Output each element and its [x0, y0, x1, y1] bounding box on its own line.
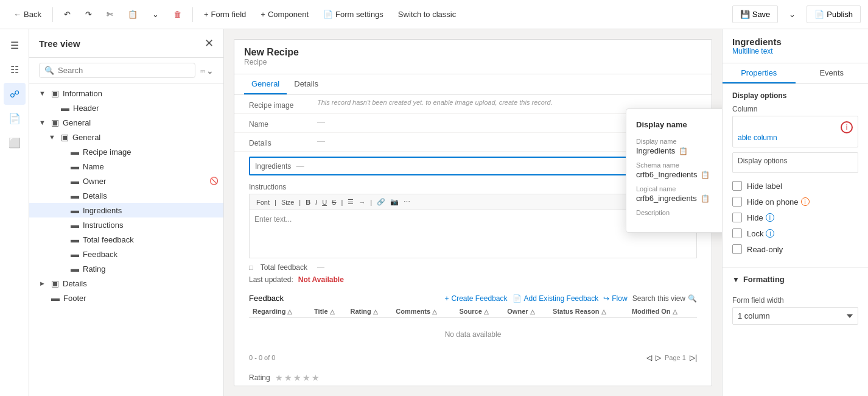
tree-item-general-inner[interactable]: ▼ ▣ General — [29, 130, 223, 144]
instructions-icon: ▬ — [71, 220, 79, 230]
copy-schema-icon[interactable]: 📋 — [701, 171, 710, 179]
chevron-down-icon: ⌄ — [152, 10, 159, 19]
save-dropdown-button[interactable]: ⌄ — [783, 6, 802, 23]
tree-item-label-feedback: Feedback — [83, 250, 117, 259]
col-owner[interactable]: Owner △ — [503, 305, 549, 318]
tree-item-label-header: Header — [73, 104, 99, 113]
more-button[interactable]: ⌄ — [146, 6, 165, 23]
rte-underline[interactable]: U — [320, 197, 329, 207]
hide-label-checkbox[interactable] — [732, 181, 742, 191]
rte-image[interactable]: 📷 — [388, 197, 401, 207]
lock-checkbox[interactable] — [732, 228, 742, 238]
tree-item-details-field[interactable]: ▬ Details — [29, 188, 223, 203]
tab-general[interactable]: General — [244, 74, 287, 94]
copy-logical-icon[interactable]: 📋 — [701, 194, 710, 203]
editable-column-link[interactable]: able column — [738, 133, 853, 142]
tree-item-general[interactable]: ▼ ▣ General — [29, 115, 223, 130]
tab-events[interactable]: Events — [796, 63, 869, 83]
popup-title: Display name — [636, 120, 687, 129]
redo-button[interactable]: ↷ — [79, 6, 98, 23]
tree-item-information[interactable]: ▼ ▣ Information — [29, 86, 223, 101]
tree-item-header[interactable]: ▬ Header — [29, 101, 223, 115]
tree-item-recipe-image[interactable]: ▬ Recipe image — [29, 144, 223, 159]
column-info-icon[interactable]: i — [841, 121, 853, 133]
col-regarding[interactable]: Regarding △ — [249, 305, 310, 318]
rte-font[interactable]: Font — [254, 197, 271, 207]
popup-logical-name-row: Logical name crfb6_ingredients 📋 — [636, 185, 722, 203]
switch-classic-button[interactable]: Switch to classic — [392, 6, 462, 23]
create-feedback-button[interactable]: + Create Feedback — [444, 294, 507, 303]
col-source[interactable]: Source △ — [456, 305, 504, 318]
flow-button[interactable]: ↪ Flow — [603, 294, 627, 303]
component-button[interactable]: + Component — [254, 6, 315, 23]
sidebar-icon-menu[interactable]: ☰ — [4, 34, 26, 56]
sidebar-icon-components[interactable]: ⬜ — [4, 132, 26, 154]
tree-item-details-section[interactable]: ► ▣ Details — [29, 276, 223, 291]
copy-button[interactable]: 📋 — [122, 6, 144, 23]
form-settings-button[interactable]: 📄 Form settings — [317, 6, 390, 23]
rte-bold[interactable]: B — [304, 197, 312, 207]
undo-button[interactable]: ↶ — [58, 6, 77, 23]
hide-on-phone-checkbox[interactable] — [732, 197, 742, 207]
tree-item-instructions[interactable]: ▬ Instructions — [29, 217, 223, 232]
add-existing-label: Add Existing Feedback — [524, 294, 599, 303]
filter-button[interactable]: ⎓ ⌄ — [200, 66, 214, 76]
cut-button[interactable]: ✄ — [100, 6, 119, 23]
tree-item-owner[interactable]: ▬ Owner 🚫 — [29, 174, 223, 188]
form-field-width-select[interactable]: 1 column — [732, 307, 858, 325]
col-comments[interactable]: Comments △ — [392, 305, 455, 318]
col-modified-on[interactable]: Modified On △ — [628, 305, 697, 318]
sidebar-icon-data[interactable]: 📄 — [4, 107, 26, 129]
lock-info-icon[interactable]: i — [766, 229, 774, 238]
col-rating[interactable]: Rating △ — [346, 305, 392, 318]
search-view[interactable]: Search this view 🔍 — [632, 294, 697, 303]
next-page-button[interactable]: ▷ — [656, 353, 661, 362]
flow-icon: ↪ — [603, 294, 609, 303]
last-updated-value: Not Available — [298, 275, 344, 284]
tree-item-rating[interactable]: ▬ Rating — [29, 261, 223, 276]
publish-button[interactable]: 📄 Publish — [807, 5, 861, 23]
copy-display-name-icon[interactable]: 📋 — [679, 147, 688, 155]
undo-icon: ↶ — [64, 10, 71, 19]
details-field-icon: ▬ — [71, 191, 79, 200]
col-title[interactable]: Title △ — [310, 305, 346, 318]
rte-size[interactable]: Size — [279, 197, 296, 207]
tree-item-feedback[interactable]: ▬ Feedback — [29, 247, 223, 261]
save-button[interactable]: 💾 Save — [732, 5, 779, 23]
sort-icon-source: △ — [484, 308, 489, 315]
tree-item-ingredients[interactable]: ▬ Ingredients — [29, 203, 223, 217]
sidebar-icon-grid[interactable]: ☷ — [4, 58, 26, 80]
delete-button[interactable]: 🗑 — [167, 6, 187, 23]
tree-item-name[interactable]: ▬ Name — [29, 159, 223, 174]
rte-strikethrough[interactable]: S — [330, 197, 338, 207]
form-field-button[interactable]: + Form field — [198, 6, 252, 23]
tab-properties[interactable]: Properties — [723, 63, 796, 83]
sidebar-icon-layers[interactable]: ☍ — [4, 83, 26, 105]
search-input[interactable] — [58, 66, 190, 75]
rte-more[interactable]: ⋯ — [402, 197, 412, 207]
back-button[interactable]: ← Back — [7, 6, 47, 23]
col-status-reason[interactable]: Status Reason △ — [549, 305, 628, 318]
last-page-button[interactable]: ▷| — [690, 353, 697, 362]
hide-on-phone-info-icon[interactable]: i — [801, 197, 810, 206]
tree-item-total-feedback[interactable]: ▬ Total feedback — [29, 232, 223, 247]
popup-schema-value: crfb6_Ingredients 📋 — [636, 170, 722, 179]
rte-indent[interactable]: → — [357, 197, 367, 207]
recipe-image-placeholder: This record hasn't been created yet. to … — [317, 99, 553, 106]
tab-details[interactable]: Details — [287, 74, 326, 94]
props-panel: Ingredients Multiline text Properties Ev… — [722, 29, 868, 396]
props-title: Ingredients — [732, 37, 858, 47]
rte-sep2: | — [297, 197, 303, 207]
rte-align[interactable]: ☰ — [346, 197, 355, 207]
tree-close-button[interactable]: ✕ — [205, 37, 214, 50]
prev-page-button[interactable]: ◁ — [646, 353, 652, 362]
tree-item-footer[interactable]: ▬ Footer — [29, 291, 223, 305]
formatting-section-header[interactable]: ▼ Formatting — [723, 270, 868, 289]
flow-label: Flow — [612, 294, 627, 303]
add-existing-feedback-button[interactable]: 📄 Add Existing Feedback — [513, 294, 599, 303]
hide-info-icon[interactable]: i — [766, 213, 774, 222]
rte-italic[interactable]: I — [313, 197, 319, 207]
rte-link[interactable]: 🔗 — [375, 197, 387, 207]
readonly-checkbox[interactable] — [732, 244, 742, 254]
hide-checkbox[interactable] — [732, 213, 742, 222]
